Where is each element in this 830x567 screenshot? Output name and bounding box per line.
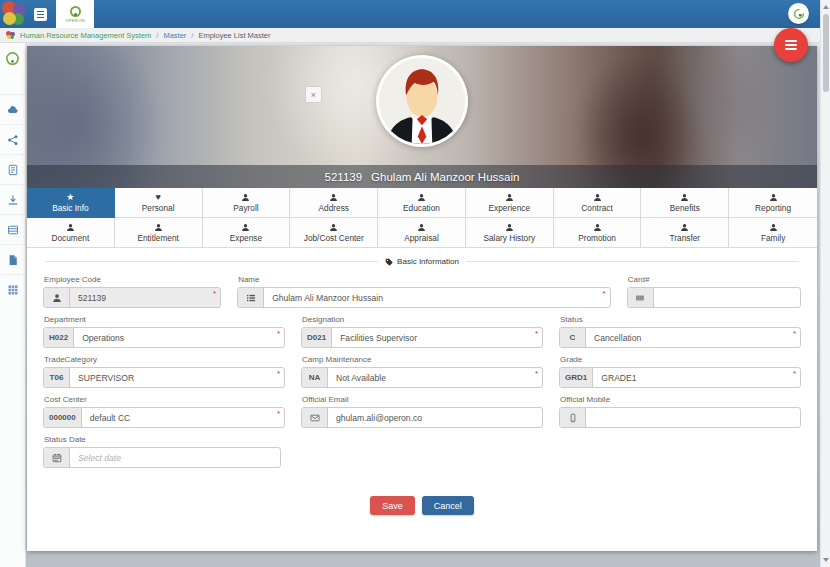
card-number-input[interactable] (654, 288, 800, 307)
tab-education[interactable]: Education (378, 188, 466, 218)
cancel-button[interactable]: Cancel (422, 496, 474, 515)
sidebar-item-download[interactable] (0, 184, 25, 214)
document-icon (7, 164, 19, 176)
fab-menu-button[interactable] (774, 28, 808, 62)
scroll-thumb[interactable] (823, 14, 829, 92)
sidebar-item-document[interactable] (0, 154, 25, 184)
tab-entitlement[interactable]: Entitlement (115, 218, 203, 248)
tab-basic-info[interactable]: ★Basic Info (27, 188, 115, 218)
sidebar-item-settings[interactable] (0, 124, 25, 154)
grade-input-group[interactable]: GRD1GRADE1* (559, 367, 801, 388)
tab-payroll[interactable]: Payroll (203, 188, 291, 218)
download-icon (7, 194, 19, 206)
grade-input[interactable]: GRADE1 (593, 368, 800, 387)
tag-icon (385, 258, 393, 266)
scroll-down-arrow[interactable] (821, 555, 830, 565)
grid-icon (7, 284, 19, 296)
official-mobile-input-group[interactable] (559, 407, 801, 428)
tab-appraisal[interactable]: Appraisal (378, 218, 466, 248)
tab-bar: ★Basic Info♥PersonalPayrollAddressEducat… (27, 188, 817, 248)
basic-info-form: Employee Code521139*NameGhulam Ali Manzo… (27, 273, 817, 468)
tab-address[interactable]: Address (290, 188, 378, 218)
status-date-input[interactable]: Select date (70, 448, 280, 467)
employee-code-input[interactable]: 521139 (70, 288, 220, 307)
breadcrumb-app[interactable]: Human Resource Management System (20, 31, 151, 40)
status-date-input-group[interactable]: Select date (43, 447, 281, 468)
employee-code-label: Employee Code (44, 275, 221, 284)
official-email-input[interactable]: ghulam.ali@operon.co (328, 408, 542, 427)
topbar: OPERON (0, 0, 820, 28)
official-email-input-group[interactable]: ghulam.ali@operon.co (301, 407, 543, 428)
camp-maintenance-input-group[interactable]: NANot Available* (301, 367, 543, 388)
tab-label: Expense (230, 233, 262, 243)
user-icon (769, 192, 778, 203)
user-status-icon[interactable] (788, 3, 809, 24)
tab-contract[interactable]: Contract (554, 188, 642, 218)
trade-category-input-group[interactable]: T06SUPERVISOR* (43, 367, 285, 388)
name-input[interactable]: Ghulam Ali Manzoor Hussain (264, 288, 610, 307)
status-date-addon (44, 448, 70, 467)
tab-document[interactable]: Document (27, 218, 115, 248)
tab-personal[interactable]: ♥Personal (115, 188, 203, 218)
table-icon (7, 224, 19, 236)
name-input-group[interactable]: Ghulam Ali Manzoor Hussain* (237, 287, 611, 308)
department-input-group[interactable]: H022Operations* (43, 327, 285, 348)
main-card: × 521139 Ghulam Ali Manzoor Hussain ★Bas… (27, 46, 817, 551)
tab-reporting[interactable]: Reporting (729, 188, 817, 218)
name-label: Name (238, 275, 611, 284)
tab-family[interactable]: Family (729, 218, 817, 248)
tab-transfer[interactable]: Transfer (641, 218, 729, 248)
department-input[interactable]: Operations (74, 328, 284, 347)
brand-label: OPERON (65, 18, 85, 23)
sidebar-item-dashboard[interactable] (0, 94, 25, 124)
tab-job-cost-center[interactable]: Job/Cost Center (290, 218, 378, 248)
tab-expense[interactable]: Expense (203, 218, 291, 248)
cost-center-label: Cost Center (44, 395, 285, 404)
cost-center-input-group[interactable]: 000000default CC* (43, 407, 285, 428)
designation-input-group[interactable]: D021Facilities Supervisor* (301, 327, 543, 348)
heart-icon: ♥ (155, 192, 160, 203)
trade-category-input[interactable]: SUPERVISOR (70, 368, 284, 387)
save-button[interactable]: Save (370, 496, 415, 515)
required-asterisk: * (535, 329, 538, 338)
field-trade-category: TradeCategoryT06SUPERVISOR* (43, 355, 285, 388)
tab-label: Entitlement (137, 233, 179, 243)
designation-input[interactable]: Facilities Supervisor (332, 328, 542, 347)
status-input-group[interactable]: CCancellation* (559, 327, 801, 348)
breadcrumb-section[interactable]: Master (163, 31, 186, 40)
employee-code-input-group[interactable]: 521139* (43, 287, 221, 308)
card-number-input-group[interactable] (627, 287, 801, 308)
official-mobile-input[interactable] (586, 408, 800, 427)
user-icon (66, 222, 75, 233)
page-scrollbar[interactable] (820, 0, 830, 567)
page: OPERON Human Resource Management System … (0, 0, 830, 567)
camp-maintenance-input[interactable]: Not Available (328, 368, 542, 387)
field-card-number: Card# (627, 275, 801, 308)
close-button[interactable]: × (305, 86, 322, 103)
tab-benefits[interactable]: Benefits (641, 188, 729, 218)
cost-center-addon: 000000 (44, 408, 82, 427)
mobile-icon (568, 413, 578, 423)
section-title: Basic Information (397, 257, 459, 266)
field-designation: DesignationD021Facilities Supervisor* (301, 315, 543, 348)
breadcrumb: Human Resource Management System / Maste… (0, 28, 820, 43)
tab-promotion[interactable]: Promotion (554, 218, 642, 248)
user-icon (505, 192, 514, 203)
sidebar-item-table[interactable] (0, 214, 25, 244)
scroll-up-arrow[interactable] (821, 2, 830, 12)
divider-line (466, 261, 799, 262)
official-mobile-addon (560, 408, 586, 427)
field-official-mobile: Official Mobile (559, 395, 801, 428)
sidebar-operon-logo (4, 48, 21, 68)
menu-icon[interactable] (34, 8, 47, 21)
tab-experience[interactable]: Experience (466, 188, 554, 218)
brand-logo[interactable]: OPERON (56, 0, 94, 28)
sidebar-item-file[interactable] (0, 244, 25, 274)
sidebar-item-grid[interactable] (0, 274, 25, 304)
cost-center-input[interactable]: default CC (82, 408, 284, 427)
employee-code-addon (44, 288, 70, 307)
tab-salary-history[interactable]: Salary History (466, 218, 554, 248)
avatar[interactable] (376, 55, 468, 147)
card-number-label: Card# (628, 275, 801, 284)
status-input[interactable]: Cancellation (586, 328, 800, 347)
